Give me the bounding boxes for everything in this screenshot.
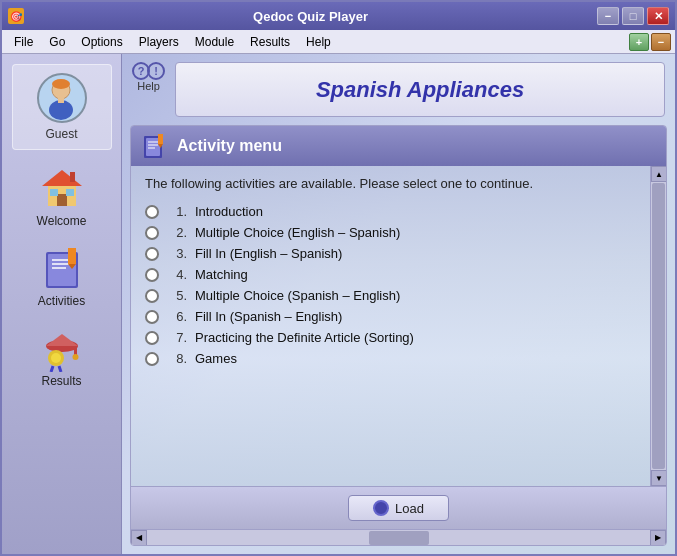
list-item: 8. Games [145,348,636,369]
item-num-4: 4. [167,267,187,282]
list-item: 5. Multiple Choice (Spanish – English) [145,285,636,306]
user-section: Guest [12,64,112,150]
window-title: Qedoc Quiz Player [24,9,597,24]
item-num-3: 3. [167,246,187,261]
item-name-1: Introduction [195,204,263,219]
vertical-scrollbar: ▲ ▼ [650,166,666,486]
activity-header-icon [141,132,169,160]
quiz-title: Spanish Appliances [316,77,524,103]
activity-menu-title: Activity menu [177,137,282,155]
list-item: 3. Fill In (English – Spanish) [145,243,636,264]
activities-icon [38,244,86,292]
radio-btn-1[interactable] [145,205,159,219]
radio-btn-8[interactable] [145,352,159,366]
list-item: 1. Introduction [145,201,636,222]
list-item: 7. Practicing the Definite Article (Sort… [145,327,636,348]
menu-results[interactable]: Results [242,33,298,51]
item-name-2: Multiple Choice (English – Spanish) [195,225,400,240]
scroll-down-button[interactable]: ▼ [651,470,666,486]
welcome-icon [38,164,86,212]
item-num-6: 6. [167,309,187,324]
zoom-in-button[interactable]: + [629,33,649,51]
svg-rect-9 [70,172,75,182]
help-icon-2: ! [147,62,165,80]
svg-line-23 [51,366,53,372]
help-label: Help [137,80,160,92]
item-num-5: 5. [167,288,187,303]
main-content: Guest [2,54,675,554]
item-num-7: 7. [167,330,187,345]
menu-file[interactable]: File [6,33,41,51]
radio-btn-6[interactable] [145,310,159,324]
load-label: Load [395,501,424,516]
menu-help[interactable]: Help [298,33,339,51]
scroll-right-button[interactable]: ▶ [650,530,666,546]
item-name-3: Fill In (English – Spanish) [195,246,342,261]
svg-point-20 [72,354,78,360]
radio-btn-3[interactable] [145,247,159,261]
hscroll-track[interactable] [147,530,650,546]
radio-btn-7[interactable] [145,331,159,345]
right-panel: ? ! Help Spanish Appliances [122,54,675,554]
activity-scroll[interactable]: The following activities are available. … [131,166,650,486]
right-header: ? ! Help Spanish Appliances [122,54,675,125]
list-item: 2. Multiple Choice (English – Spanish) [145,222,636,243]
menu-options[interactable]: Options [73,33,130,51]
list-item: 6. Fill In (Spanish – English) [145,306,636,327]
svg-rect-15 [68,248,76,264]
minimize-button[interactable]: − [597,7,619,25]
activity-inner: The following activities are available. … [131,166,666,486]
sidebar-item-activities[interactable]: Activities [12,240,112,312]
svg-line-24 [59,366,61,372]
scroll-thumb[interactable] [652,183,665,469]
item-name-8: Games [195,351,237,366]
sidebar-item-activities-label: Activities [38,294,85,308]
svg-point-22 [51,353,61,363]
svg-rect-30 [158,134,163,144]
svg-rect-7 [50,189,58,196]
sidebar-item-results[interactable]: Results [12,320,112,392]
menu-module[interactable]: Module [187,33,242,51]
radio-btn-2[interactable] [145,226,159,240]
activity-list: 1. Introduction 2. Multiple Choice (Engl… [145,201,636,369]
activity-header: Activity menu [131,126,666,166]
sidebar-item-welcome-label: Welcome [37,214,87,228]
maximize-button[interactable]: □ [622,7,644,25]
help-section[interactable]: ? ! Help [132,62,165,92]
radio-btn-4[interactable] [145,268,159,282]
app-icon: 🎯 [8,8,24,24]
item-num-2: 2. [167,225,187,240]
svg-rect-26 [146,138,160,156]
menu-players[interactable]: Players [131,33,187,51]
load-area: Load [131,486,666,529]
scroll-up-button[interactable]: ▲ [651,166,666,182]
zoom-out-button[interactable]: − [651,33,671,51]
hscroll-thumb[interactable] [369,531,429,545]
load-icon [373,500,389,516]
results-icon [38,324,86,372]
item-num-8: 8. [167,351,187,366]
zoom-controls: + − [629,33,671,51]
window-controls: − □ ✕ [597,7,669,25]
menu-go[interactable]: Go [41,33,73,51]
svg-rect-3 [58,98,64,103]
title-banner: Spanish Appliances [175,62,665,117]
sidebar-item-welcome[interactable]: Welcome [12,160,112,232]
item-name-5: Multiple Choice (Spanish – English) [195,288,400,303]
radio-btn-5[interactable] [145,289,159,303]
activity-panel: Activity menu The following activities a… [130,125,667,546]
svg-rect-8 [66,189,74,196]
item-num-1: 1. [167,204,187,219]
load-button[interactable]: Load [348,495,449,521]
item-name-7: Practicing the Definite Article (Sorting… [195,330,414,345]
avatar [37,73,87,123]
title-bar: 🎯 Qedoc Quiz Player − □ ✕ [2,2,675,30]
user-label: Guest [45,127,77,141]
item-name-4: Matching [195,267,248,282]
svg-marker-18 [46,334,78,346]
scroll-left-button[interactable]: ◀ [131,530,147,546]
close-button[interactable]: ✕ [647,7,669,25]
svg-point-1 [52,79,70,89]
menu-bar: File Go Options Players Module Results H… [2,30,675,54]
sidebar: Guest [2,54,122,554]
